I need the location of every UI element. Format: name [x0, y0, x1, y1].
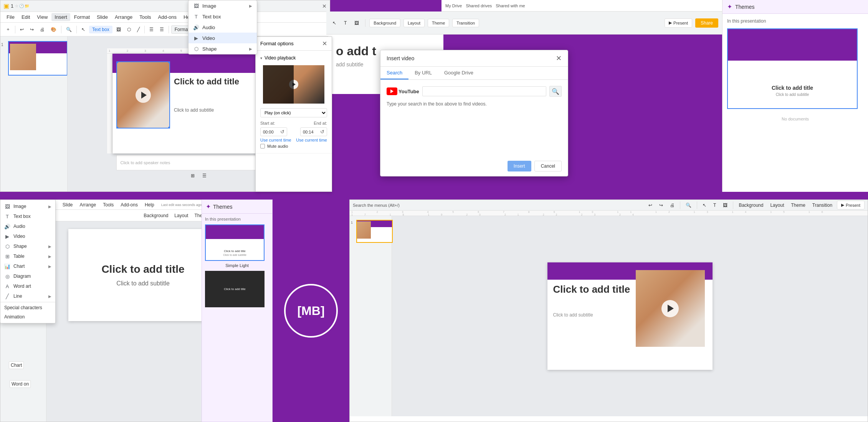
insert-video-item[interactable]: ▶ Video — [188, 33, 257, 43]
image-btn[interactable]: 🖼 — [114, 26, 123, 33]
menu-tools[interactable]: Tools — [136, 13, 154, 21]
play-btn-br[interactable] — [661, 300, 679, 317]
bottom-layout-btn[interactable]: Layout — [172, 212, 190, 219]
star-icon[interactable]: ☆ — [15, 4, 18, 8]
bottom-menu-arrange[interactable]: Arrange — [77, 201, 99, 209]
bottom-menu-tools[interactable]: Tools — [100, 201, 117, 209]
top-bar-shared-drives[interactable]: Shared drives — [466, 3, 492, 8]
slide-video-element[interactable] — [116, 61, 170, 129]
resize-handle-tr[interactable] — [168, 61, 170, 63]
menu-addons[interactable]: Add-ons — [155, 13, 180, 21]
add-slide-btn[interactable]: ＋ — [3, 25, 13, 34]
slide-br-video[interactable] — [636, 270, 705, 347]
menu-slide[interactable]: Slide — [94, 13, 111, 21]
align-right-btn[interactable]: ☰ — [157, 26, 166, 33]
bottom-insert-chart[interactable]: 📊 Chart ▶ — [0, 261, 55, 271]
menu-view[interactable]: View — [34, 13, 51, 21]
format-options-close-btn[interactable]: ✕ — [322, 40, 327, 47]
resize-handle-br[interactable] — [168, 127, 170, 129]
dialog-insert-btn[interactable]: Insert — [508, 161, 531, 171]
br-redo-btn[interactable]: ↪ — [657, 201, 665, 209]
transition-btn[interactable]: Transition — [452, 19, 479, 27]
br-transition-btn[interactable]: Transition — [810, 201, 835, 209]
br-print-btn[interactable]: 🖨 — [668, 201, 677, 209]
undo-btn[interactable]: ↩ — [18, 26, 26, 33]
theme-btn[interactable]: Theme — [428, 19, 449, 27]
end-refresh-icon[interactable]: ↺ — [320, 129, 324, 135]
mid-image-btn[interactable]: 🖼 — [352, 19, 361, 27]
bottom-insert-wordart[interactable]: A Word art — [0, 281, 55, 291]
bottom-insert-table[interactable]: ⊞ Table ▶ — [0, 251, 55, 261]
line-btn[interactable]: ╱ — [135, 26, 142, 33]
br-layout-btn[interactable]: Layout — [768, 201, 786, 209]
bottom-insert-audio[interactable]: 🔊 Audio — [0, 221, 55, 231]
redo-btn[interactable]: ↪ — [28, 26, 36, 33]
bottom-slide-subtitle[interactable]: Click to add subtitle — [116, 280, 170, 287]
mid-select-btn[interactable]: ↖ — [330, 19, 339, 27]
menu-arrange[interactable]: Arrange — [112, 13, 136, 21]
top-bar-shared-with-me[interactable]: Shared with me — [496, 3, 525, 8]
folder-icon[interactable]: 📁 — [25, 4, 29, 8]
bottom-insert-video[interactable]: ▶ Video — [0, 231, 55, 241]
select-btn[interactable]: ↖ — [79, 26, 88, 33]
menu-file[interactable]: File — [3, 13, 18, 21]
br-slide-thumb[interactable] — [356, 220, 393, 243]
align-left-btn[interactable]: ☰ — [147, 26, 156, 33]
paint-format-btn[interactable]: 🎨 — [48, 26, 59, 33]
close-icon[interactable]: ✕ — [322, 3, 327, 9]
slide-thumb-1[interactable] — [8, 41, 68, 76]
youtube-search-input[interactable] — [422, 86, 546, 96]
resize-handle-bl[interactable] — [116, 127, 118, 129]
menu-edit[interactable]: Edit — [18, 13, 33, 21]
dialog-cancel-btn[interactable]: Cancel — [534, 161, 562, 171]
layout-btn[interactable]: Layout — [403, 19, 425, 27]
bottom-menu-addons[interactable]: Add-ons — [117, 201, 141, 209]
play-mode-select[interactable]: Play (on click) — [260, 108, 327, 117]
theme-preview-active[interactable]: Click to add title Click to add subtitle — [205, 224, 265, 261]
slides-doc-title[interactable]: 1 — [11, 3, 13, 9]
bottom-insert-line[interactable]: ╱ Line ▶ — [0, 291, 55, 301]
use-current-start-link[interactable]: Use current time — [260, 138, 291, 142]
end-time-input[interactable]: 00:14 ↺ — [300, 127, 327, 136]
slide-br-title[interactable]: Click to add title — [553, 284, 632, 295]
menu-format[interactable]: Format — [71, 13, 93, 21]
zoom-btn[interactable]: 🔍 — [64, 26, 74, 33]
br-search-placeholder[interactable]: Search the menus (Alt+/) — [353, 203, 644, 208]
slide-canvas-bottom[interactable]: Click to add title Click to add subtitle — [68, 229, 218, 321]
dialog-close-btn[interactable]: ✕ — [556, 55, 562, 62]
slide-canvas-br[interactable]: Click to add title Click to add subtitle — [547, 262, 713, 370]
dialog-tab-drive[interactable]: Google Drive — [438, 67, 479, 79]
theme-preview-dark[interactable]: Click to add title — [205, 271, 265, 307]
bottom-menu-help[interactable]: Help — [142, 201, 157, 209]
insert-textbox-item[interactable]: T Text box — [188, 11, 257, 22]
br-undo-btn[interactable]: ↩ — [646, 201, 655, 209]
bottom-insert-shape[interactable]: ⬡ Shape ▶ — [0, 241, 55, 251]
bottom-insert-special[interactable]: Special characters — [0, 303, 55, 312]
slide-canvas[interactable]: Click to add title Click to add subtitle — [112, 54, 278, 153]
dialog-tab-search[interactable]: Search — [380, 67, 408, 79]
shapes-btn[interactable]: ⬡ — [125, 26, 133, 33]
br-theme-btn[interactable]: Theme — [789, 201, 807, 209]
bottom-insert-diagram[interactable]: ◎ Diagram — [0, 271, 55, 281]
bottom-insert-animation[interactable]: Animation — [0, 312, 55, 321]
top-bar-my-drive[interactable]: My Drive — [445, 3, 462, 8]
bottom-slide-title[interactable]: Click to add title — [101, 263, 184, 275]
bottom-insert-textbox[interactable]: T Text box — [0, 211, 55, 221]
br-image-btn[interactable]: 🖼 — [721, 201, 730, 209]
background-btn[interactable]: Background — [369, 19, 400, 27]
grid-view-btn[interactable]: ⊞ — [188, 172, 197, 180]
share-btn[interactable]: Share — [695, 18, 718, 28]
insert-image-item[interactable]: 🖼 Image ▶ — [188, 0, 257, 11]
br-bg-btn[interactable]: Background — [736, 201, 765, 209]
bottom-menu-slide[interactable]: Slide — [60, 201, 76, 209]
insert-audio-item[interactable]: 🔊 Audio — [188, 22, 257, 33]
play-button-overlay[interactable] — [136, 87, 151, 103]
mute-checkbox[interactable] — [260, 144, 265, 148]
mid-textbox-btn[interactable]: T — [342, 19, 349, 27]
insert-shape-item[interactable]: ⬡ Shape ▶ — [188, 43, 257, 54]
youtube-search-btn[interactable]: 🔍 — [549, 86, 562, 97]
br-zoom-btn[interactable]: 🔍 — [683, 201, 694, 209]
dialog-tab-url[interactable]: By URL — [408, 67, 438, 79]
menu-insert[interactable]: Insert — [51, 13, 70, 21]
textbox-btn[interactable]: Text box — [89, 26, 112, 33]
